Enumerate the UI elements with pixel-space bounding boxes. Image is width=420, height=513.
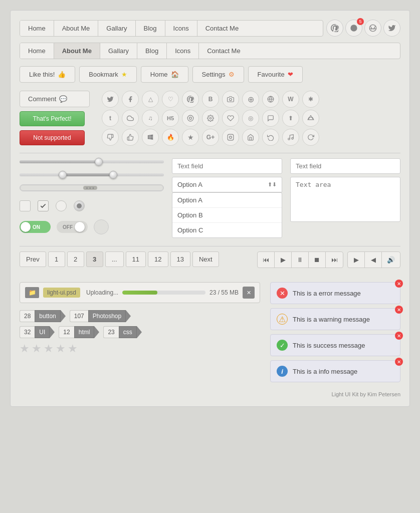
media-stop[interactable]: ⏹ xyxy=(309,252,326,268)
pinterest-icon[interactable] xyxy=(326,20,343,37)
social-home2-icon[interactable] xyxy=(242,129,259,146)
toggle-off[interactable]: OFF xyxy=(57,221,88,233)
page-11[interactable]: 11 xyxy=(126,251,146,267)
textarea-field[interactable] xyxy=(290,177,400,222)
success-button[interactable]: That's Perfect! xyxy=(20,111,85,126)
social-star-icon[interactable]: ★ xyxy=(182,129,199,146)
social-tumblr-icon[interactable]: t xyxy=(102,110,119,127)
nav2-blog[interactable]: Blog xyxy=(137,43,167,59)
radio-unchecked[interactable] xyxy=(56,200,67,211)
nav1-contact[interactable]: Contact Me xyxy=(197,21,247,36)
nav1-about[interactable]: About Me xyxy=(54,21,99,36)
file-delete-button[interactable]: ✕ xyxy=(243,287,255,299)
media-rewind[interactable]: ⏮ xyxy=(258,252,275,268)
tag-label-html[interactable]: html xyxy=(74,326,95,338)
home-button[interactable]: Home 🏠 xyxy=(141,66,188,83)
prev-button[interactable]: Prev xyxy=(20,251,46,267)
media-play2[interactable]: ▶ xyxy=(348,252,365,268)
tag-label-button[interactable]: button xyxy=(35,310,60,322)
page-12[interactable]: 12 xyxy=(148,251,168,267)
social-heart2-icon[interactable] xyxy=(222,110,239,127)
tag-label-css[interactable]: css xyxy=(119,326,137,338)
nav2-icons[interactable]: Icons xyxy=(167,43,199,59)
social-wordpress-icon[interactable]: W xyxy=(282,91,299,108)
slider-2[interactable] xyxy=(20,171,164,176)
social-camera-icon[interactable] xyxy=(222,91,239,108)
next-button[interactable]: Next xyxy=(192,251,219,267)
social-thumbup-icon[interactable] xyxy=(122,129,139,146)
twitter-icon[interactable] xyxy=(383,20,400,37)
social-gdrive-icon[interactable] xyxy=(302,110,319,127)
social-chat-icon[interactable] xyxy=(262,110,279,127)
radio-checked[interactable] xyxy=(74,200,85,211)
option-c[interactable]: Option C xyxy=(172,223,282,237)
option-b[interactable]: Option B xyxy=(172,208,282,223)
star-1[interactable]: ★ xyxy=(20,342,30,355)
success-close-button[interactable]: ✕ xyxy=(395,332,403,340)
info-close-button[interactable]: ✕ xyxy=(395,358,403,366)
nav1-icons[interactable]: Icons xyxy=(165,21,197,36)
like-button[interactable]: Like this! 👍 xyxy=(20,66,75,83)
nav1-gallery[interactable]: Gallary xyxy=(98,21,135,36)
social-blogger-icon[interactable]: B xyxy=(202,91,219,108)
page-13[interactable]: 13 xyxy=(170,251,190,267)
social-up-icon[interactable]: ⬆ xyxy=(282,110,299,127)
media-play[interactable]: ▶ xyxy=(275,252,292,268)
social-pinterest-icon[interactable] xyxy=(182,91,199,108)
warning-close-button[interactable]: ✕ xyxy=(395,306,403,314)
tag-label-ui[interactable]: UI xyxy=(35,326,50,338)
social-reload-icon[interactable] xyxy=(302,129,319,146)
nav2-about[interactable]: About Me xyxy=(54,43,100,59)
error-close-button[interactable]: ✕ xyxy=(395,280,403,288)
social-fire-icon[interactable]: 🔥 xyxy=(162,129,179,146)
social-globe-icon[interactable] xyxy=(262,91,279,108)
star-3[interactable]: ★ xyxy=(44,342,54,355)
scrollbar[interactable]: • • • xyxy=(20,184,164,191)
social-gplus-icon[interactable]: G+ xyxy=(202,129,219,146)
star-4[interactable]: ★ xyxy=(56,342,66,355)
social-facebook-icon[interactable] xyxy=(122,91,139,108)
social-windows-icon[interactable] xyxy=(142,129,159,146)
social-refresh-icon[interactable] xyxy=(262,129,279,146)
social-compass-icon[interactable]: ◎ xyxy=(242,110,259,127)
dribbble-icon[interactable] xyxy=(364,20,381,37)
option-a[interactable]: Option A xyxy=(172,193,282,208)
media-fastforward[interactable]: ⏭ xyxy=(326,252,343,268)
star-5[interactable]: ★ xyxy=(68,342,78,355)
slider-1[interactable] xyxy=(20,158,164,163)
media-pause[interactable]: ⏸ xyxy=(292,252,309,268)
social-heart-icon[interactable]: ♡ xyxy=(162,91,179,108)
nav1-home[interactable]: Home xyxy=(20,21,54,36)
text-field-1[interactable] xyxy=(172,158,282,174)
social-chrome-icon[interactable] xyxy=(182,110,199,127)
bookmark-button[interactable]: Bookmark ★ xyxy=(79,66,137,83)
comment-button[interactable]: Comment 💬 xyxy=(20,91,90,107)
social-aim-icon[interactable]: △ xyxy=(142,91,159,108)
social-soundcloud-icon[interactable]: ♫ xyxy=(142,110,159,127)
nav2-gallery[interactable]: Gallary xyxy=(100,43,137,59)
social-music-icon[interactable] xyxy=(282,129,299,146)
toggle-circle[interactable] xyxy=(94,219,109,234)
page-3[interactable]: 3 xyxy=(86,251,103,267)
social-instagram-icon[interactable] xyxy=(222,129,239,146)
checkbox-unchecked[interactable] xyxy=(20,200,31,211)
select-dropdown[interactable]: Option A ⬆⬇ Option A Option B Option C xyxy=(172,177,282,238)
text-field-2[interactable] xyxy=(290,158,400,174)
not-supported-button[interactable]: Not supported xyxy=(20,130,85,145)
social-plus-icon[interactable]: ⊕ xyxy=(242,91,259,108)
page-1[interactable]: 1 xyxy=(48,251,65,267)
social-twitter-icon[interactable] xyxy=(102,91,119,108)
stumble-icon[interactable]: 5 xyxy=(345,20,362,37)
checkbox-checked[interactable] xyxy=(38,200,49,211)
social-thumbdown-icon[interactable] xyxy=(102,129,119,146)
tag-label-photoshop[interactable]: Photoshop xyxy=(88,310,126,322)
toggle-on[interactable]: ON xyxy=(20,221,51,233)
nav1-blog[interactable]: Blog xyxy=(136,21,165,36)
media-volume[interactable]: 🔊 xyxy=(382,252,400,268)
favourite-button[interactable]: Favourite ❤ xyxy=(248,66,303,83)
nav2-contact[interactable]: Contact Me xyxy=(199,43,248,59)
media-prev[interactable]: ◀ xyxy=(365,252,382,268)
social-joomla-icon[interactable]: ✱ xyxy=(302,91,319,108)
social-html5-icon[interactable]: H5 xyxy=(162,110,179,127)
social-cloud-icon[interactable] xyxy=(122,110,139,127)
